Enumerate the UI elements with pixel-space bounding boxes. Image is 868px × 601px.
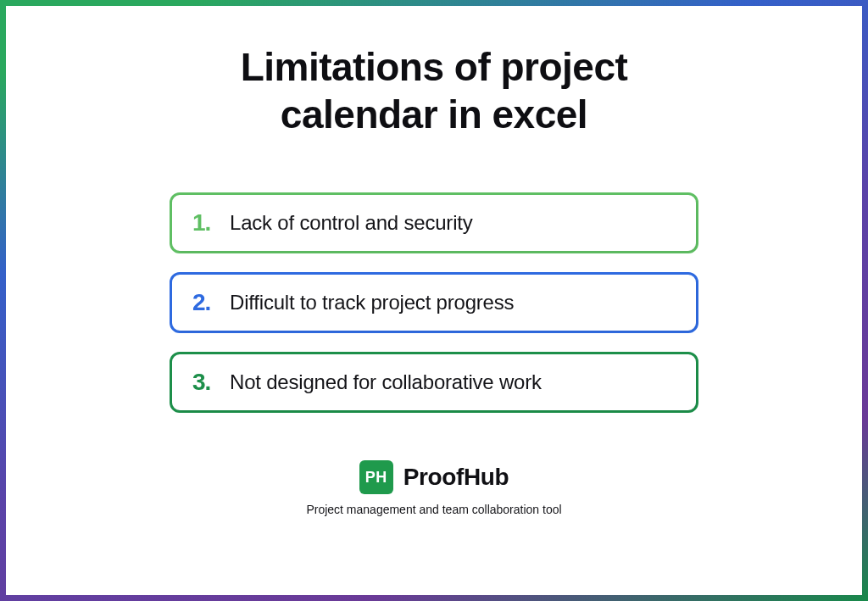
item-text: Lack of control and security xyxy=(230,211,473,235)
list-item: 2. Difficult to track project progress xyxy=(170,272,698,333)
list-item: 3. Not designed for collaborative work xyxy=(170,352,698,413)
content-card: Limitations of project calendar in excel… xyxy=(6,6,862,595)
brand-block: PH ProofHub Project management and team … xyxy=(306,460,561,516)
item-text: Difficult to track project progress xyxy=(230,291,514,314)
page-title: Limitations of project calendar in excel xyxy=(163,43,705,138)
limitations-list: 1. Lack of control and security 2. Diffi… xyxy=(170,192,698,413)
brand-row: PH ProofHub xyxy=(359,460,509,494)
brand-logo-icon: PH xyxy=(359,460,393,494)
brand-tagline: Project management and team collaboratio… xyxy=(306,503,561,516)
item-number: 1. xyxy=(192,209,230,237)
brand-name: ProofHub xyxy=(403,464,509,491)
item-number: 3. xyxy=(192,369,230,396)
list-item: 1. Lack of control and security xyxy=(170,192,698,253)
item-text: Not designed for collaborative work xyxy=(230,370,542,394)
item-number: 2. xyxy=(192,289,230,316)
gradient-frame: Limitations of project calendar in excel… xyxy=(0,0,868,601)
